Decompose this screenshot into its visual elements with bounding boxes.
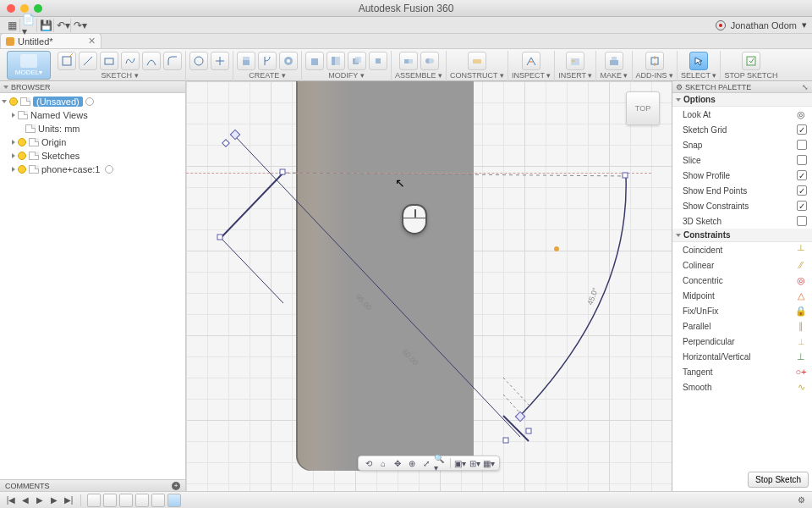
- workspace-switcher[interactable]: MODEL▾: [7, 51, 51, 80]
- line-icon[interactable]: [79, 52, 97, 70]
- stop-sketch-icon[interactable]: [742, 52, 760, 70]
- stop-sketch-button[interactable]: Stop Sketch: [748, 472, 809, 488]
- add-comment-icon[interactable]: +: [172, 482, 180, 490]
- palette-section-options[interactable]: Options: [672, 93, 812, 107]
- data-panel-icon[interactable]: ▦: [5, 19, 20, 32]
- zoom-window-icon[interactable]: 🔍▾: [434, 457, 447, 469]
- inspect-icon[interactable]: [522, 52, 540, 70]
- timeline-feature[interactable]: [87, 494, 101, 507]
- timeline-end-icon[interactable]: ▶|: [63, 494, 74, 506]
- select-icon[interactable]: [689, 52, 708, 70]
- timeline-settings-icon[interactable]: ⚙: [795, 494, 807, 506]
- circle-icon[interactable]: [189, 52, 208, 70]
- palette-section-constraints[interactable]: Constraints: [672, 229, 812, 242]
- checkbox-icon[interactable]: ✓: [797, 170, 807, 180]
- option-look-at[interactable]: Look At◎: [672, 107, 812, 122]
- addins-icon[interactable]: [645, 52, 664, 70]
- viewport-icon[interactable]: ▦▾: [482, 457, 496, 469]
- redo-icon[interactable]: ↷▾: [73, 19, 88, 32]
- revolve-icon[interactable]: [258, 52, 277, 70]
- pinned-icon[interactable]: ⤡: [802, 83, 809, 91]
- arc-icon[interactable]: [142, 52, 161, 70]
- bulb-icon[interactable]: [9, 97, 18, 106]
- close-tab-icon[interactable]: ✕: [88, 36, 96, 47]
- user-menu[interactable]: Jonathan Odom ▾: [716, 19, 807, 30]
- zoom-icon[interactable]: ⊕: [405, 457, 419, 469]
- timeline-next-icon[interactable]: ▶: [48, 494, 60, 506]
- assemble-rigid-icon[interactable]: [420, 52, 439, 70]
- checkbox-icon[interactable]: ✓: [797, 201, 807, 211]
- option-snap[interactable]: Snap: [672, 137, 812, 152]
- bulb-icon[interactable]: [18, 138, 26, 146]
- spline-icon[interactable]: [121, 52, 140, 70]
- bulb-icon[interactable]: [18, 165, 26, 174]
- activate-radio-icon[interactable]: [105, 165, 113, 174]
- option-show-profile[interactable]: Show Profile✓: [672, 168, 812, 183]
- hole-icon[interactable]: [279, 52, 298, 70]
- assemble-joint-icon[interactable]: [399, 52, 418, 70]
- browser-item[interactable]: phone+case:1: [0, 163, 185, 176]
- checkbox-icon[interactable]: [797, 216, 807, 226]
- make-icon[interactable]: [605, 52, 623, 70]
- browser-item[interactable]: Named Views: [0, 108, 185, 122]
- timeline-feature[interactable]: [103, 494, 117, 507]
- option-sketch-grid[interactable]: Sketch Grid✓: [672, 122, 812, 137]
- bulb-icon[interactable]: [18, 152, 26, 160]
- checkbox-icon[interactable]: ✓: [797, 185, 807, 196]
- file-menu-icon[interactable]: 📄▾: [22, 19, 37, 32]
- constraint-tangent[interactable]: Tangent○+: [672, 364, 812, 379]
- minimize-window-icon[interactable]: [20, 4, 29, 13]
- grid-settings-icon[interactable]: ⊞▾: [468, 457, 481, 469]
- timeline-play-icon[interactable]: ▶: [34, 494, 46, 506]
- timeline-feature-active[interactable]: [167, 494, 181, 507]
- combine-icon[interactable]: [348, 52, 366, 70]
- rectangle-icon[interactable]: [100, 52, 118, 70]
- fit-icon[interactable]: ⤢: [420, 457, 433, 469]
- timeline-feature[interactable]: [119, 494, 133, 507]
- constraint-coincident[interactable]: Coincident┴: [672, 242, 812, 257]
- checkbox-icon[interactable]: [797, 155, 807, 165]
- timeline-feature[interactable]: [151, 494, 165, 507]
- constraint-smooth[interactable]: Smooth∿: [672, 379, 812, 395]
- undo-icon[interactable]: ↶▾: [56, 19, 71, 32]
- palette-header[interactable]: ⚙SKETCH PALETTE⤡: [672, 81, 812, 93]
- checkbox-icon[interactable]: [797, 140, 807, 150]
- model-canvas[interactable]: 95.00 60.00 45.0° 25 ↖ TOP ⟲ ⌂ ✥ ⊕ ⤢ 🔍▾ …: [186, 81, 672, 491]
- orbit-icon[interactable]: ⟲: [362, 457, 376, 469]
- browser-root[interactable]: (Unsaved): [0, 95, 185, 108]
- look-at-icon[interactable]: ⌂: [376, 457, 390, 469]
- constraint-horizontal-vertical[interactable]: Horizontal/Vertical⊥: [672, 349, 812, 364]
- move-icon[interactable]: [369, 52, 387, 70]
- document-tab[interactable]: Untitled* ✕: [0, 33, 102, 48]
- fillet-icon[interactable]: [163, 52, 182, 70]
- checkbox-icon[interactable]: ✓: [797, 124, 807, 135]
- zoom-window-icon[interactable]: [34, 4, 42, 13]
- browser-item[interactable]: Units: mm: [0, 122, 185, 135]
- constraint-concentric[interactable]: Concentric◎: [672, 273, 812, 288]
- constraint-colinear[interactable]: Colinear⁄∕: [672, 257, 812, 273]
- activate-radio-icon[interactable]: [85, 97, 94, 106]
- trim-icon[interactable]: [211, 52, 229, 70]
- save-icon[interactable]: 💾: [39, 19, 54, 32]
- fillet-3d-icon[interactable]: [326, 52, 345, 70]
- display-style-icon[interactable]: ▣▾: [453, 457, 467, 469]
- timeline-feature[interactable]: [135, 494, 149, 507]
- construct-plane-icon[interactable]: [468, 52, 486, 70]
- option-slice[interactable]: Slice: [672, 152, 812, 168]
- constraint-perpendicular[interactable]: Perpendicular⟂: [672, 334, 812, 349]
- option-show-endpoints[interactable]: Show End Points✓: [672, 183, 812, 198]
- close-window-icon[interactable]: [7, 4, 15, 13]
- browser-item[interactable]: Origin: [0, 135, 185, 149]
- press-pull-icon[interactable]: [305, 52, 324, 70]
- pan-icon[interactable]: ✥: [391, 457, 404, 469]
- constraint-midpoint[interactable]: Midpoint△: [672, 288, 812, 303]
- browser-header[interactable]: BROWSER: [0, 81, 185, 93]
- option-show-constraints[interactable]: Show Constraints✓: [672, 198, 812, 213]
- timeline-prev-icon[interactable]: ◀: [19, 494, 31, 506]
- option-3d-sketch[interactable]: 3D Sketch: [672, 213, 812, 229]
- constraint-fix-unfix[interactable]: Fix/UnFix🔒: [672, 303, 812, 318]
- insert-icon[interactable]: [566, 52, 584, 70]
- constraint-parallel[interactable]: Parallel∥: [672, 318, 812, 334]
- extrude-icon[interactable]: [237, 52, 255, 70]
- comments-bar[interactable]: COMMENTS +: [0, 479, 186, 491]
